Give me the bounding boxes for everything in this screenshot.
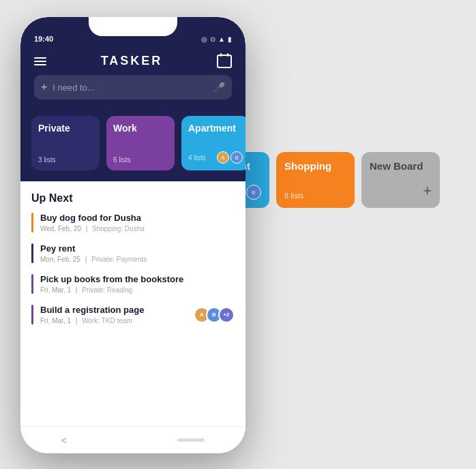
phone-board-private-title: Private (38, 123, 93, 134)
mic-icon[interactable]: 🎤 (213, 82, 225, 93)
header-top: TASKER (34, 54, 232, 68)
task-meta-4: Fri, Mar, 1 | Work: TKD team (40, 317, 187, 324)
task-date-4: Fri, Mar, 1 (40, 317, 71, 324)
phone-board-private[interactable]: Private 3 lists (31, 116, 100, 170)
task-meta-3: Fri, Mar, 1 | Private: Reading (40, 286, 235, 294)
home-indicator (177, 438, 205, 442)
alarm-icon: ◎ (201, 35, 207, 43)
search-bar[interactable]: + I need to... 🎤 (34, 75, 232, 100)
back-chevron[interactable]: < (61, 435, 67, 446)
hamburger-line (34, 61, 46, 62)
phone-board-apartment[interactable]: Apartment 4 lists A B (181, 116, 246, 170)
hamburger-icon[interactable] (34, 57, 46, 65)
board-card-shopping-subtitle: 8 lists (284, 192, 346, 200)
task-category-2: Private: Payments (91, 256, 147, 263)
task-date-1: Wed, Feb, 20 (40, 225, 81, 232)
avatar-2: B (246, 185, 261, 200)
search-placeholder: I need to... (53, 82, 208, 93)
task-right-4: A B +2 (194, 305, 235, 324)
phone-board-work-subtitle: 6 lists (113, 156, 168, 164)
phone-avatar-1: A (217, 151, 229, 164)
up-next-section: Up Next Buy dog food for Dusha Wed, Feb,… (20, 181, 246, 426)
task-content-3: Pick up books from the bookstore Fri, Ma… (40, 274, 235, 294)
task-category-1: Shopping: Dusha (92, 225, 145, 232)
task-item-3[interactable]: Pick up books from the bookstore Fri, Ma… (31, 274, 235, 294)
task-avatar-count: +2 (218, 307, 235, 323)
task-title-2: Pey rent (40, 243, 235, 254)
hamburger-line (34, 64, 46, 65)
phone-board-work-title: Work (113, 123, 168, 134)
phone-bottom-bar: < (20, 426, 246, 453)
task-content-1: Buy dog food for Dusha Wed, Feb, 20 | Sh… (40, 213, 235, 232)
board-card-new-title: New Board (370, 160, 432, 172)
task-content-2: Pey rent Mon, Feb, 25 | Private: Payment… (40, 243, 235, 263)
phone-board-private-subtitle: 3 lists (38, 156, 93, 164)
task-category-4: Work: TKD team (82, 317, 132, 324)
status-bar: 19:40 ◎ ⊙ ▲ ▮ (20, 17, 246, 47)
task-item-2[interactable]: Pey rent Mon, Feb, 25 | Private: Payment… (31, 243, 235, 263)
hamburger-line (34, 57, 46, 59)
calendar-icon[interactable] (217, 55, 232, 68)
task-avatars-4: A B +2 (194, 307, 235, 323)
phone-board-apartment-avatars: A B (217, 151, 243, 164)
task-item-4[interactable]: Build a registration page Fri, Mar, 1 | … (31, 305, 235, 324)
status-time: 19:40 (34, 35, 53, 43)
phone-board-apartment-subtitle: 4 lists (188, 154, 206, 162)
header: TASKER + I need to... 🎤 (20, 47, 246, 109)
phone: 19:40 ◎ ⊙ ▲ ▮ TASKER (20, 17, 246, 453)
board-card-shopping-title: Shopping (284, 160, 346, 172)
plus-icon: + (370, 182, 432, 200)
search-plus-icon: + (41, 81, 47, 93)
task-accent-4 (31, 305, 33, 324)
task-sep-4: | (76, 317, 79, 324)
task-item-1[interactable]: Buy dog food for Dusha Wed, Feb, 20 | Sh… (31, 213, 235, 232)
task-title-4: Build a registration page (40, 305, 187, 315)
task-accent-2 (31, 243, 33, 263)
task-date-3: Fri, Mar, 1 (40, 286, 71, 294)
task-meta-1: Wed, Feb, 20 | Shopping: Dusha (40, 225, 235, 232)
task-sep-2: | (85, 256, 89, 263)
up-next-title: Up Next (31, 192, 235, 205)
task-category-3: Private: Reading (82, 286, 132, 294)
phone-boards-scroll[interactable]: Private 3 lists Work 6 lists Apartment 4… (20, 109, 246, 181)
board-card-new[interactable]: New Board + (361, 152, 440, 208)
phone-board-work[interactable]: Work 6 lists (106, 116, 175, 170)
status-icons: ◎ ⊙ ▲ ▮ (201, 35, 232, 43)
task-accent-3 (31, 274, 33, 294)
phone-board-apartment-title: Apartment (188, 123, 243, 134)
task-accent-1 (31, 213, 33, 232)
task-content-4: Build a registration page Fri, Mar, 1 | … (40, 305, 187, 324)
phone-avatar-2: B (230, 151, 243, 164)
task-sep-3: | (76, 286, 79, 294)
signal-icon: ▲ (218, 35, 225, 43)
app-title: TASKER (101, 54, 163, 68)
board-card-shopping[interactable]: Shopping 8 lists (276, 152, 355, 208)
task-title-3: Pick up books from the bookstore (40, 274, 235, 284)
battery-icon: ▮ (228, 35, 232, 43)
task-sep-1: | (86, 225, 89, 232)
task-title-1: Buy dog food for Dusha (40, 213, 235, 223)
task-meta-2: Mon, Feb, 25 | Private: Payments (40, 256, 235, 263)
task-date-2: Mon, Feb, 25 (40, 256, 80, 263)
time-icon: ⊙ (210, 35, 215, 43)
scene: Work 6 lists Apartment 4 lists A B Shopp… (0, 0, 476, 469)
